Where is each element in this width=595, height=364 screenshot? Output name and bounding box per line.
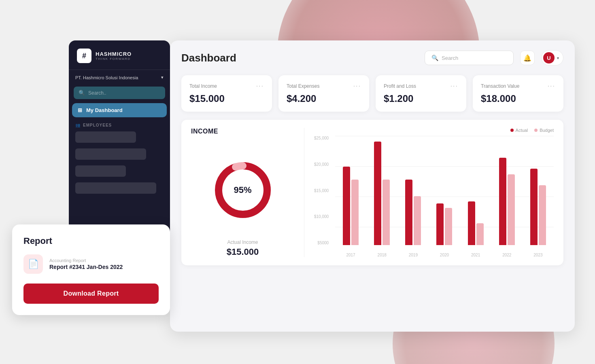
income-actual-label: Actual Income bbox=[191, 239, 294, 245]
company-chevron-icon: ▾ bbox=[161, 75, 164, 80]
sidebar-logo: # HASHMICRO THINK FORWARD bbox=[69, 40, 170, 70]
x-label-2018: 2018 bbox=[366, 253, 397, 257]
bar-actual-2022 bbox=[499, 158, 506, 245]
bar-chart: $25,000 $20,000 $15,000 $10,000 $5000 20… bbox=[314, 136, 554, 257]
income-section: INCOME 95% Actual I bbox=[181, 120, 563, 265]
kpi-label-1: Total Expenses bbox=[287, 83, 319, 89]
income-left: INCOME 95% Actual I bbox=[191, 128, 304, 257]
bar-group-2022 bbox=[491, 136, 523, 245]
bar-group-2017 bbox=[335, 136, 366, 245]
donut-center: 95% bbox=[234, 185, 251, 195]
sidebar-skeleton-4 bbox=[75, 182, 156, 194]
donut-chart: 95% bbox=[210, 158, 275, 222]
income-title: INCOME bbox=[191, 128, 294, 135]
sidebar-skeleton-2 bbox=[75, 148, 146, 160]
bar-budget-2019 bbox=[414, 196, 421, 245]
header-search-input[interactable] bbox=[442, 55, 507, 61]
bar-group-2019 bbox=[397, 136, 429, 245]
company-name: PT. Hashmicro Solusi Indonesia bbox=[75, 75, 138, 80]
x-label-2017: 2017 bbox=[335, 253, 366, 257]
x-label-2023: 2023 bbox=[523, 253, 554, 257]
bar-group-2023 bbox=[523, 136, 554, 245]
header-right: 🔍 🔔 U ▾ bbox=[425, 50, 563, 66]
y-label-4: $10,000 bbox=[314, 214, 332, 219]
y-label-1: $25,000 bbox=[314, 136, 332, 140]
kpi-dots-0[interactable]: ··· bbox=[256, 83, 264, 90]
bar-budget-2022 bbox=[508, 174, 515, 245]
sidebar-search[interactable]: 🔍 bbox=[74, 87, 165, 99]
report-card-title: Report bbox=[23, 236, 159, 246]
chart-legend: Actual Budget bbox=[314, 128, 554, 133]
user-menu-button[interactable]: U ▾ bbox=[541, 50, 563, 66]
sidebar: # HASHMICRO THINK FORWARD PT. Hashmicro … bbox=[69, 40, 170, 239]
header-search-bar[interactable]: 🔍 bbox=[425, 51, 514, 65]
page-title: Dashboard bbox=[181, 52, 236, 64]
legend-dot-budget bbox=[534, 129, 538, 132]
kpi-dots-1[interactable]: ··· bbox=[353, 83, 361, 90]
logo-tagline: THINK FORWARD bbox=[96, 57, 132, 61]
kpi-label-2: Profit and Loss bbox=[384, 83, 416, 89]
legend-actual-label: Actual bbox=[516, 128, 528, 133]
kpi-row: Total Income ··· $15.000 Total Expenses … bbox=[181, 75, 563, 112]
kpi-dots-3[interactable]: ··· bbox=[548, 83, 555, 90]
dashboard-icon: ⊞ bbox=[78, 107, 82, 113]
income-actual-value: $15.000 bbox=[191, 247, 294, 257]
avatar: U bbox=[543, 52, 555, 63]
y-axis: $25,000 $20,000 $15,000 $10,000 $5000 bbox=[314, 136, 332, 245]
bars-container bbox=[335, 136, 554, 245]
kpi-value-0: $15.000 bbox=[189, 93, 264, 104]
x-axis: 2017201820192020202120222023 bbox=[335, 253, 554, 257]
kpi-card-transaction-value: Transaction Value ··· $18.000 bbox=[473, 75, 563, 112]
x-label-2020: 2020 bbox=[429, 253, 460, 257]
bar-actual-2021 bbox=[468, 201, 475, 245]
kpi-value-1: $4.200 bbox=[287, 93, 361, 104]
sidebar-company[interactable]: PT. Hashmicro Solusi Indonesia ▾ bbox=[69, 70, 170, 85]
sidebar-skeleton-1 bbox=[75, 131, 136, 143]
bar-budget-2017 bbox=[351, 180, 359, 245]
donut-wrapper: 95% bbox=[191, 147, 294, 233]
search-icon: 🔍 bbox=[431, 55, 438, 61]
bar-group-2020 bbox=[429, 136, 460, 245]
report-card: Report 📄 Accounting Report Report #2341 … bbox=[12, 224, 170, 315]
sidebar-item-my-dashboard[interactable]: ⊞ My Dashboard bbox=[72, 103, 167, 117]
kpi-card-total-expenses: Total Expenses ··· $4.200 bbox=[278, 75, 369, 112]
bar-group-2021 bbox=[460, 136, 491, 245]
notification-icon: 🔔 bbox=[523, 54, 531, 62]
sidebar-nav-label: My Dashboard bbox=[86, 107, 123, 113]
kpi-value-2: $1.200 bbox=[384, 93, 458, 104]
employees-icon: 👥 bbox=[75, 123, 81, 127]
donut-percentage: 95% bbox=[234, 185, 251, 195]
main-header: Dashboard 🔍 🔔 U ▾ bbox=[181, 50, 563, 66]
legend-budget-label: Budget bbox=[540, 128, 554, 133]
bar-budget-2023 bbox=[539, 185, 546, 245]
notification-button[interactable]: 🔔 bbox=[520, 51, 535, 65]
chevron-down-icon: ▾ bbox=[557, 56, 559, 60]
section-label-text: EMPLOYEES bbox=[83, 123, 112, 127]
download-report-button[interactable]: Download Report bbox=[23, 284, 159, 304]
x-label-2021: 2021 bbox=[460, 253, 491, 257]
report-name: Report #2341 Jan-Des 2022 bbox=[49, 264, 123, 270]
search-icon: 🔍 bbox=[79, 90, 85, 96]
kpi-label-3: Transaction Value bbox=[481, 83, 519, 89]
x-label-2019: 2019 bbox=[397, 253, 429, 257]
income-right: Actual Budget $25,000 $20,000 $15,000 bbox=[304, 128, 554, 257]
kpi-card-profit-loss: Profit and Loss ··· $1.200 bbox=[376, 75, 466, 112]
report-item-text: Accounting Report Report #2341 Jan-Des 2… bbox=[49, 258, 123, 270]
bar-group-2018 bbox=[366, 136, 397, 245]
kpi-value-3: $18.000 bbox=[481, 93, 555, 104]
bar-actual-2018 bbox=[374, 142, 381, 245]
bar-actual-2017 bbox=[343, 167, 350, 245]
report-icon: 📄 bbox=[23, 254, 43, 274]
sidebar-section-employees: 👥 EMPLOYEES bbox=[69, 118, 170, 130]
y-label-5: $5000 bbox=[317, 241, 332, 245]
y-label-2: $20,000 bbox=[314, 162, 332, 167]
legend-budget: Budget bbox=[534, 128, 554, 133]
kpi-card-total-income: Total Income ··· $15.000 bbox=[181, 75, 272, 112]
bar-budget-2018 bbox=[382, 180, 390, 245]
search-input[interactable] bbox=[88, 90, 160, 96]
bar-actual-2019 bbox=[405, 180, 412, 245]
report-item: 📄 Accounting Report Report #2341 Jan-Des… bbox=[23, 254, 159, 274]
logo-icon: # bbox=[77, 49, 91, 63]
bar-actual-2020 bbox=[436, 203, 444, 245]
kpi-dots-2[interactable]: ··· bbox=[450, 83, 458, 90]
